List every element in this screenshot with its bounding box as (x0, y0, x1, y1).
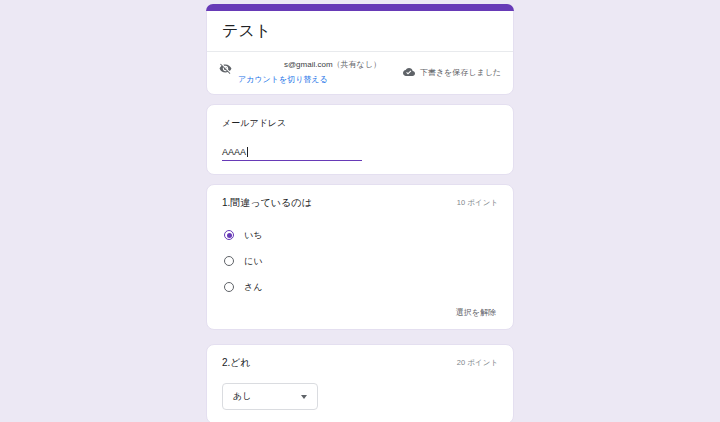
radio-circle[interactable] (224, 282, 234, 292)
email-card: メールアドレス AAAA (206, 104, 514, 175)
question-1-header: 1.間違っているのは 10 ポイント (222, 196, 498, 210)
email-address: s@gmail.com (284, 60, 333, 69)
clear-selection-link[interactable]: 選択を解除 (222, 300, 498, 321)
shared-status: （共有なし） (333, 60, 381, 69)
form-column: テスト s@gmail.com（共有なし） アカウントを切り替える 下書きを保存… (206, 4, 514, 422)
account-row: s@gmail.com（共有なし） アカウントを切り替える 下書きを保存しました (207, 52, 513, 94)
question-2-card: 2.どれ 20 ポイント あし (206, 344, 514, 422)
radio-circle[interactable] (224, 230, 234, 240)
email-input[interactable]: AAAA (222, 147, 362, 161)
email-input-value: AAAA (222, 147, 246, 157)
visibility-off-icon (219, 62, 232, 75)
question-1-card: 1.間違っているのは 10 ポイント いち にい さん 選択を解除 (206, 184, 514, 330)
cloud-done-icon (403, 66, 415, 78)
question-2-title: 2.どれ (222, 356, 251, 370)
page-background: { "theme": { "accent_purple": "#673ab7",… (0, 0, 720, 422)
form-header-card: テスト s@gmail.com（共有なし） アカウントを切り替える 下書きを保存… (206, 4, 514, 95)
radio-option-label: いち (244, 229, 262, 242)
radio-circle[interactable] (224, 256, 234, 266)
radio-option-label: にい (244, 255, 262, 268)
radio-option[interactable]: いち (222, 222, 498, 248)
theme-accent-bar (206, 4, 514, 11)
radio-option[interactable]: さん (222, 274, 498, 300)
radio-option[interactable]: にい (222, 248, 498, 274)
text-cursor (247, 147, 248, 157)
draft-status: 下書きを保存しました (403, 66, 501, 78)
radio-group: いち にい さん (222, 222, 498, 300)
question-2-points: 20 ポイント (457, 358, 498, 368)
chevron-down-icon (301, 395, 307, 399)
account-email: s@gmail.com（共有なし） (238, 59, 403, 70)
account-info: s@gmail.com（共有なし） アカウントを切り替える (238, 59, 403, 85)
dropdown-select[interactable]: あし (222, 383, 318, 410)
form-title: テスト (207, 11, 513, 51)
switch-account-link[interactable]: アカウントを切り替える (238, 74, 403, 85)
radio-option-label: さん (244, 281, 262, 294)
question-1-points: 10 ポイント (457, 198, 498, 208)
email-field-label: メールアドレス (222, 117, 498, 130)
dropdown-selected-value: あし (233, 390, 251, 403)
draft-saved-text: 下書きを保存しました (420, 67, 501, 78)
question-1-title: 1.間違っているのは (222, 196, 312, 210)
question-2-header: 2.どれ 20 ポイント (222, 356, 498, 370)
